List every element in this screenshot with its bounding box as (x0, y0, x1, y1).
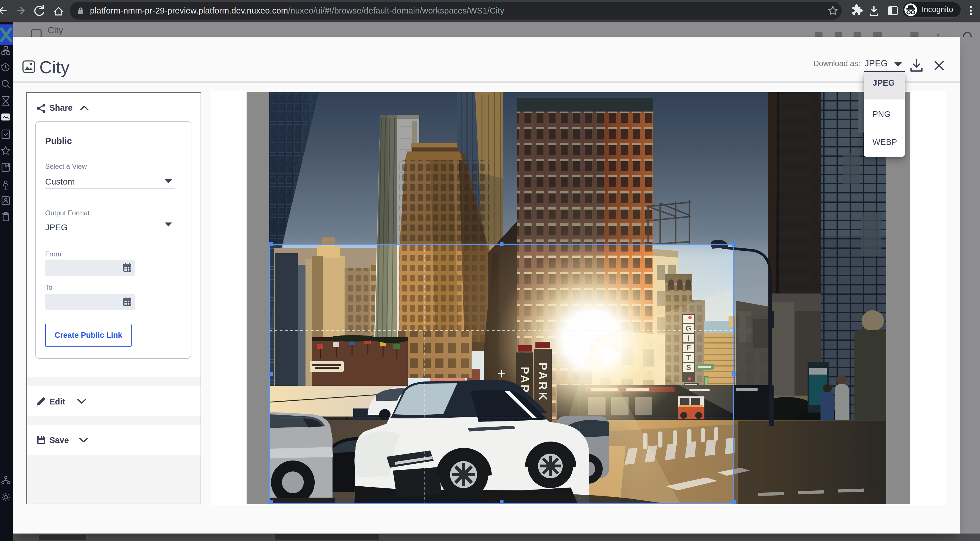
svg-text:PARK: PARK (536, 363, 549, 402)
